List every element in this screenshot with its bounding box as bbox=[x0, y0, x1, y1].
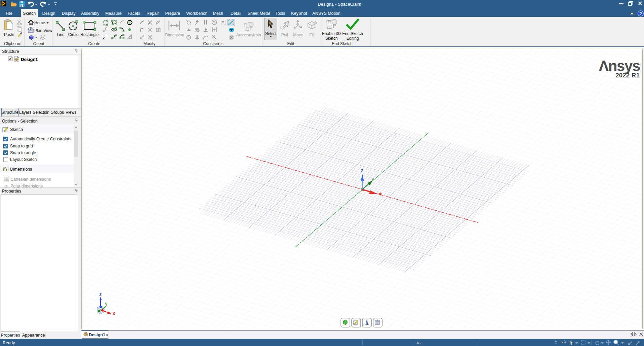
svg-text:Y: Y bbox=[105, 302, 108, 306]
svg-text:XX: XX bbox=[3, 166, 7, 169]
svg-text:Y: Y bbox=[372, 178, 374, 182]
svg-text:?: ? bbox=[639, 11, 642, 16]
svg-text:Z: Z bbox=[361, 168, 363, 173]
svg-text:X: X bbox=[113, 312, 115, 316]
svg-text:Z: Z bbox=[99, 292, 102, 297]
svg-text:2022 R1: 2022 R1 bbox=[615, 72, 640, 79]
